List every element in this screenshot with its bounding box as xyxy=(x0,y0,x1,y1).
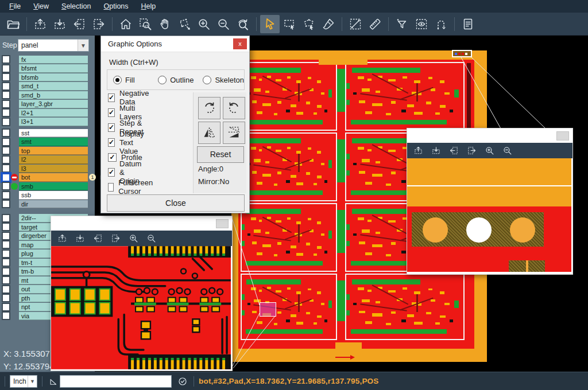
rotate-cw-button[interactable] xyxy=(198,97,220,119)
layer-name[interactable]: ssb xyxy=(19,191,88,200)
tool-home-view[interactable] xyxy=(116,15,136,33)
popup-tool-move-up[interactable] xyxy=(56,232,68,245)
pcb-board-tile[interactable] xyxy=(241,62,337,131)
tool-bend-trace[interactable] xyxy=(431,15,451,33)
corner-angle-icon[interactable] xyxy=(47,375,60,388)
dialog-close-button[interactable]: Close xyxy=(107,194,245,212)
window-button-icon[interactable] xyxy=(556,131,569,141)
layer-visibility-checkbox[interactable] xyxy=(2,55,10,64)
tool-move-up[interactable] xyxy=(30,15,50,33)
layer-row-smb[interactable]: smb xyxy=(0,182,95,191)
menu-view[interactable]: View xyxy=(28,1,55,11)
command-input[interactable] xyxy=(60,375,172,388)
radio-fill[interactable]: Fill xyxy=(107,76,152,84)
layer-visibility-checkbox[interactable] xyxy=(2,191,10,200)
tool-select-arrow[interactable] xyxy=(260,15,280,33)
tool-view-options[interactable] xyxy=(412,15,431,33)
layer-active-indicator[interactable] xyxy=(11,183,18,190)
layer-name[interactable]: sst xyxy=(19,129,88,138)
window-button-icon[interactable] xyxy=(216,219,229,228)
tool-move-right[interactable] xyxy=(89,15,109,33)
checkbox-fullscreen-cursor[interactable]: Fullscreen Cursor xyxy=(108,182,156,192)
rotate-ccw-button[interactable] xyxy=(223,97,245,119)
layer-visibility-checkbox[interactable] xyxy=(2,138,10,146)
layer-visibility-checkbox[interactable] xyxy=(2,128,10,137)
close-icon[interactable]: x xyxy=(233,38,247,49)
tool-zoom-previous[interactable] xyxy=(233,15,253,33)
layer-name[interactable]: l3 xyxy=(19,165,88,173)
popup-tool-move-right[interactable] xyxy=(109,232,122,245)
layer-visibility-checkbox[interactable] xyxy=(2,73,10,81)
detail-popup-left-titlebar[interactable] xyxy=(51,216,232,231)
layer-visibility-checkbox[interactable] xyxy=(2,276,10,284)
checkbox-display-text-value[interactable]: ✓Display Text Value xyxy=(108,137,146,147)
tool-select-rectangle[interactable] xyxy=(280,15,299,33)
radio-outline[interactable]: Outline xyxy=(152,76,197,84)
pcb-board-tile[interactable] xyxy=(241,203,337,272)
popup-tool-move-down[interactable] xyxy=(430,145,442,157)
layer-visibility-checkbox[interactable] xyxy=(2,285,10,294)
layer-name[interactable]: l2+1 xyxy=(19,109,88,118)
layer-visibility-checkbox[interactable] xyxy=(2,311,10,320)
popup-tool-zoom-out[interactable] xyxy=(145,232,157,245)
menu-options[interactable]: Options xyxy=(98,1,134,11)
tool-report-form[interactable] xyxy=(458,15,478,33)
dialog-titlebar[interactable]: Graphic Options x xyxy=(101,36,249,52)
tool-brush-select[interactable] xyxy=(319,15,338,33)
menu-help[interactable]: Help xyxy=(136,1,162,11)
layer-visibility-checkbox[interactable] xyxy=(2,232,10,240)
layer-name[interactable]: layer_3.gbr xyxy=(19,100,88,108)
layer-visibility-checkbox[interactable] xyxy=(2,182,10,190)
layer-row-l2[interactable]: l2 xyxy=(0,155,95,165)
apply-icon[interactable] xyxy=(176,375,189,388)
tool-open-file[interactable] xyxy=(3,15,23,33)
layer-row-l2+1[interactable]: l2+1 xyxy=(0,108,95,118)
unit-select[interactable]: Inch ▼ xyxy=(10,375,37,388)
layer-visibility-checkbox[interactable] xyxy=(2,164,10,173)
layer-row-smt[interactable]: smt xyxy=(0,138,95,147)
detail-popup-left[interactable] xyxy=(51,216,233,371)
checkbox-datum-origin[interactable]: ✓Datum & Origin xyxy=(108,167,143,177)
layer-row-bfsmb[interactable]: bfsmb xyxy=(0,73,95,82)
layer-visibility-checkbox[interactable] xyxy=(2,200,10,208)
mirror-vertical-button[interactable] xyxy=(223,122,245,144)
layer-row-ssb[interactable]: ssb xyxy=(0,191,95,200)
layer-name[interactable]: bot1⊞ xyxy=(19,173,88,182)
layer-visibility-checkbox[interactable] xyxy=(2,146,10,155)
menu-file[interactable]: File xyxy=(3,1,26,11)
popup-tool-zoom-out[interactable] xyxy=(501,145,513,157)
detail-popup-right-titlebar[interactable] xyxy=(407,128,572,143)
layer-name[interactable]: dir xyxy=(19,200,88,209)
radio-skeleton[interactable]: Skeleton xyxy=(197,76,244,84)
layer-name[interactable]: bfsmb xyxy=(19,73,88,82)
tool-zoom-window[interactable] xyxy=(136,15,155,33)
layer-visibility-checkbox[interactable] xyxy=(2,240,10,249)
tool-zoom-out[interactable] xyxy=(214,15,233,33)
layer-visibility-checkbox[interactable] xyxy=(2,118,10,126)
layer-row-bot[interactable]: bot1⊞ xyxy=(0,173,95,182)
detail-popup-right[interactable] xyxy=(407,128,573,275)
popup-tool-move-up[interactable] xyxy=(412,145,424,157)
layer-visibility-checkbox[interactable] xyxy=(2,214,10,223)
layer-visibility-checkbox[interactable] xyxy=(2,294,10,302)
layer-name[interactable]: l3+1 xyxy=(19,118,88,126)
layer-visibility-checkbox[interactable] xyxy=(2,91,10,99)
layer-row-bfsmt[interactable]: bfsmt xyxy=(0,64,95,73)
layer-row-l3+1[interactable]: l3+1 xyxy=(0,118,95,127)
tool-zoom-polygon[interactable] xyxy=(175,15,194,33)
layer-name[interactable]: smd_t xyxy=(19,82,88,91)
layer-name[interactable]: l2 xyxy=(19,155,88,164)
popup-tool-move-down[interactable] xyxy=(74,232,86,245)
detail-popup-left-view[interactable] xyxy=(51,246,231,369)
popup-tool-zoom-in[interactable] xyxy=(127,232,140,245)
tool-pan-hand[interactable] xyxy=(155,15,175,33)
layer-row-fx[interactable]: fx xyxy=(0,55,95,64)
popup-tool-zoom-in[interactable] xyxy=(483,145,496,157)
layer-row-sst[interactable]: sst xyxy=(0,128,95,138)
pcb-board-tile[interactable] xyxy=(345,274,465,340)
layer-visibility-checkbox[interactable] xyxy=(2,249,10,258)
layer-visibility-checkbox[interactable] xyxy=(2,64,10,73)
layer-visibility-checkbox[interactable] xyxy=(2,223,10,231)
layer-name[interactable]: top xyxy=(19,147,88,155)
mirror-horizontal-button[interactable] xyxy=(198,122,220,144)
